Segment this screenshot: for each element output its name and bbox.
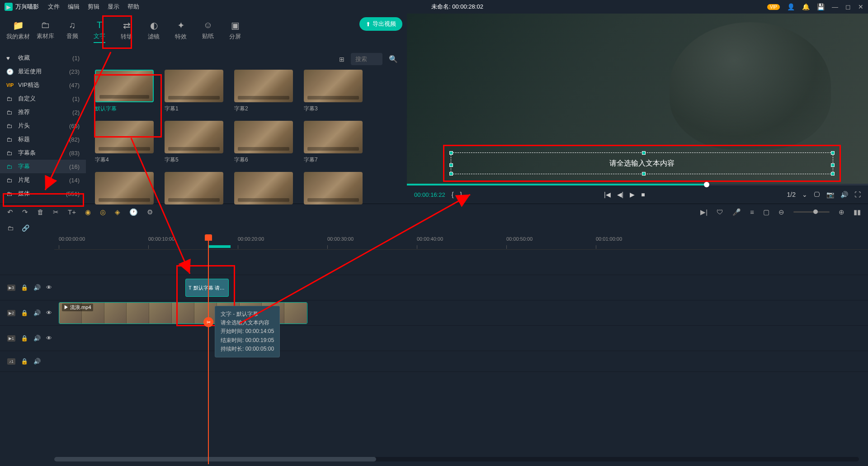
resize-handle[interactable] (831, 151, 835, 155)
sidebar-item-片尾[interactable]: 🗀片尾(14) (0, 173, 86, 187)
display-icon[interactable]: 🖵 (814, 191, 820, 198)
text-overlay[interactable]: 请全选输入文本内容 (451, 152, 833, 174)
menu-clip[interactable]: 剪辑 (88, 3, 99, 11)
maximize-icon[interactable]: ◻ (845, 3, 851, 10)
scrollbar-thumb[interactable] (54, 457, 376, 461)
timeline-media-icon[interactable]: 🗀 (7, 224, 14, 232)
notification-icon[interactable]: 🔔 (802, 3, 810, 10)
preview-scrubber[interactable] (407, 184, 868, 185)
track-mute-icon[interactable]: 🔊 (33, 335, 41, 342)
resize-handle[interactable] (449, 172, 453, 176)
marker-1-icon[interactable]: ◉ (85, 208, 91, 216)
thumb-item[interactable]: 字幕6 (234, 121, 293, 164)
grid-view-icon[interactable]: ⊞ (339, 56, 344, 63)
sidebar-item-推荐[interactable]: 🗀推荐(2) (0, 105, 86, 119)
track-lock-icon[interactable]: 🔒 (21, 358, 28, 365)
vip-badge[interactable]: VIP (767, 4, 780, 10)
thumb-item[interactable] (304, 172, 363, 207)
timeline-scrollbar[interactable] (54, 457, 859, 461)
sidebar-item-字幕[interactable]: 🗀字幕(16) (0, 160, 86, 173)
timeline-ruler[interactable]: 00:00:00:0000:00:10:0000:00:20:0000:00:3… (54, 236, 868, 250)
account-icon[interactable]: 👤 (787, 3, 795, 10)
thumb-item[interactable] (95, 172, 154, 207)
thumb-item[interactable] (165, 172, 223, 207)
sidebar-item-自定义[interactable]: 🗀自定义(1) (0, 92, 86, 105)
tab-特效[interactable]: ✦特效 (167, 17, 194, 46)
thumb-item[interactable]: 字幕2 (234, 70, 293, 113)
menu-help[interactable]: 帮助 (127, 3, 139, 11)
preview-viewport[interactable]: 请全选输入文本内容 (407, 14, 868, 184)
track-lock-icon[interactable]: 🔒 (21, 284, 28, 291)
fullscreen-icon[interactable]: ⛶ (854, 191, 861, 198)
export-button[interactable]: ⬆导出视频 (359, 17, 402, 31)
tab-音频[interactable]: ♫音频 (59, 17, 86, 46)
track-visible-icon[interactable]: 👁 (46, 335, 52, 342)
undo-icon[interactable]: ↶ (7, 208, 13, 216)
redo-icon[interactable]: ↷ (22, 208, 28, 216)
zoom-handle[interactable] (813, 209, 818, 214)
volume-icon[interactable]: 🔊 (840, 191, 848, 198)
delete-icon[interactable]: 🗑 (37, 208, 44, 216)
tab-文字[interactable]: T文字 (86, 17, 113, 48)
tab-分屏[interactable]: ▣分屏 (222, 17, 249, 46)
track-mute-icon[interactable]: 🔊 (33, 309, 41, 316)
clock-icon[interactable]: 🕐 (129, 208, 138, 216)
text-clip[interactable]: T 默认字幕 请… (185, 279, 229, 297)
cut-icon[interactable]: ✂ (53, 208, 59, 216)
resize-handle[interactable] (642, 151, 646, 155)
overlay-text[interactable]: 请全选输入文本内容 (609, 159, 675, 168)
play-icon[interactable]: ▶ (630, 191, 635, 198)
sidebar-item-收藏[interactable]: ♥收藏(1) (0, 51, 86, 65)
resize-handle[interactable] (449, 163, 453, 167)
stop-icon[interactable]: ■ (641, 191, 645, 198)
resize-handle[interactable] (449, 151, 453, 155)
ratio-dropdown-icon[interactable]: ⌄ (802, 191, 807, 198)
scrubber-handle[interactable] (704, 182, 709, 187)
sidebar-item-字幕条[interactable]: 🗀字幕条(83) (0, 146, 86, 160)
marker-3-icon[interactable]: ◈ (115, 208, 120, 216)
crop-icon[interactable]: ▢ (763, 208, 769, 216)
tab-我的素材[interactable]: 📁我的素材 (5, 17, 32, 46)
fit-icon[interactable]: ▮▮ (854, 208, 861, 216)
sidebar-item-片头[interactable]: 🗀片头(65) (0, 119, 86, 133)
zoom-in-icon[interactable]: ⊕ (839, 208, 844, 216)
resize-handle[interactable] (642, 172, 646, 176)
thumb-item[interactable]: 默认字幕 (95, 70, 154, 113)
sidebar-item-最近使用[interactable]: 🕘最近使用(23) (0, 65, 86, 78)
menu-edit[interactable]: 编辑 (68, 3, 80, 11)
render-icon[interactable]: ▶| (700, 208, 708, 216)
menu-file[interactable]: 文件 (48, 3, 60, 11)
track-mute-icon[interactable]: 🔊 (33, 358, 41, 365)
sidebar-item-标题[interactable]: 🗀标题(82) (0, 133, 86, 146)
close-icon[interactable]: ✕ (858, 3, 863, 10)
bracket-open-icon[interactable]: { (452, 191, 454, 198)
track-mute-icon[interactable]: 🔊 (33, 284, 41, 291)
resize-handle[interactable] (831, 172, 835, 176)
settings-icon[interactable]: ⚙ (147, 208, 153, 216)
thumb-item[interactable]: 字幕4 (95, 121, 154, 164)
track-visible-icon[interactable]: 👁 (46, 284, 52, 291)
thumb-item[interactable]: 字幕5 (165, 121, 223, 164)
text-tool-icon[interactable]: T+ (68, 208, 76, 216)
prev-frame-icon[interactable]: |◀ (604, 191, 611, 198)
ratio-label[interactable]: 1/2 (787, 191, 796, 198)
zoom-slider[interactable] (793, 211, 830, 213)
menu-display[interactable]: 显示 (108, 3, 119, 11)
bracket-close-icon[interactable]: } (460, 191, 462, 198)
track-lock-icon[interactable]: 🔒 (21, 309, 28, 316)
tab-素材库[interactable]: 🗀素材库 (32, 17, 59, 46)
thumb-item[interactable]: 字幕1 (165, 70, 223, 113)
mixer-icon[interactable]: ≡ (750, 208, 754, 216)
search-input[interactable] (351, 53, 382, 65)
zoom-out-icon[interactable]: ⊖ (778, 208, 784, 216)
track-visible-icon[interactable]: 👁 (46, 309, 52, 316)
mic-icon[interactable]: 🎤 (732, 208, 741, 216)
resize-handle[interactable] (831, 163, 835, 167)
tab-滤镜[interactable]: ◐滤镜 (140, 17, 167, 46)
tab-贴纸[interactable]: ☺贴纸 (194, 17, 222, 46)
search-icon[interactable]: 🔍 (389, 55, 398, 63)
timeline-link-icon[interactable]: 🔗 (22, 224, 29, 232)
save-icon[interactable]: 💾 (817, 3, 825, 10)
thumb-item[interactable]: 字幕7 (304, 121, 363, 164)
shield-icon[interactable]: 🛡 (717, 208, 723, 216)
